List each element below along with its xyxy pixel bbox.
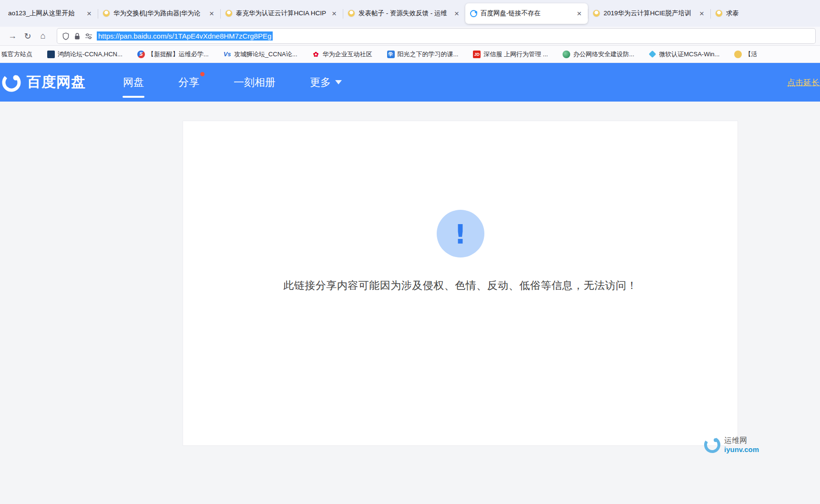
iyunv-watermark: 运维网 iyunv.com [703,435,759,454]
tab-baidu-pan-active[interactable]: 百度网盘-链接不存在 × [465,3,588,24]
bookmark-yunwei[interactable]: S 【新提醒】运维必学... [137,50,209,59]
baidu-pan-logo[interactable]: 百度网盘 [1,72,110,93]
shield-icon [62,32,70,40]
notification-dot [200,72,205,76]
bookmark-sangfor[interactable]: JD 深信服 上网行为管理 ... [473,50,548,59]
tab-close-icon[interactable]: × [575,10,583,18]
bookmark-partial[interactable]: 【活 [734,50,757,59]
error-message: 此链接分享内容可能因为涉及侵权、色情、反动、低俗等信息，无法访问！ [283,278,637,293]
study-icon: 学 [387,51,395,58]
reload-button[interactable]: ↻ [20,29,35,43]
tab-post-feedback[interactable]: 发表帖子 - 资源失效反馈 - 运维 × [343,3,465,24]
bookmark-honghu[interactable]: 鸿鹄论坛-CCNA,HCN... [47,50,123,59]
tab-hao123[interactable]: ao123_上网从这里开始 × [0,3,98,24]
page-content: ! 此链接分享内容可能因为涉及侵权、色情、反动、低俗等信息，无法访问！ 运维网 … [0,102,820,504]
nav-item-share[interactable]: 分享 [178,75,199,90]
error-card: ! 此链接分享内容可能因为涉及侵权、色情、反动、低俗等信息，无法访问！ [183,121,738,446]
vs-icon: Vs [224,51,231,58]
nav-item-album[interactable]: 一刻相册 [234,75,276,90]
browser-window: ao123_上网从这里开始 × 华为交换机|华为路由器|华为论 × 泰克华为认证… [0,0,820,504]
error-exclamation-icon: ! [437,210,484,257]
baidu-pan-icon [470,10,477,17]
site-nav: 网盘 分享 一刻相册 更多 [123,75,342,90]
bookmark-office-security[interactable]: 办公网络安全建设防... [563,50,634,59]
tab-label: 求泰 [726,9,811,18]
watermark-name: 运维网 [724,436,759,445]
chevron-down-icon [335,80,342,84]
nav-item-wangpan[interactable]: 网盘 [123,75,144,90]
tab-close-icon[interactable]: × [330,10,338,18]
browser-toolbar: → ↻ ⌂ https://pan.baidu.com/s/1TApE4vXdn… [0,27,820,46]
tab-close-icon[interactable]: × [453,10,461,18]
tab-huawei-forum[interactable]: 华为交换机|华为路由器|华为论 × [98,3,220,24]
s-badge-icon: S [137,51,145,58]
home-button[interactable]: ⌂ [35,29,51,43]
tab-hcie-training[interactable]: 2019华为云计算HCIE脱产培训 × [588,3,710,24]
honghu-icon [47,51,55,58]
iyunv-logo-icon [703,435,722,454]
watermark-domain: iyunv.com [724,445,759,454]
tab-bar: ao123_上网从这里开始 × 华为交换机|华为路由器|华为论 × 泰克华为认证… [0,0,820,27]
site-header: 百度网盘 网盘 分享 一刻相册 更多 点击延长我 [0,63,820,102]
forum-mascot-icon [225,10,233,17]
forum-mascot-icon [715,10,723,17]
diamond-icon [649,51,656,58]
extend-membership-link[interactable]: 点击延长我 [787,77,820,88]
site-logo-text: 百度网盘 [27,72,86,92]
bookmark-sohu[interactable]: 狐官方站点 [1,50,32,59]
bookmarks-bar: 狐官方站点 鸿鹄论坛-CCNA,HCN... S 【新提醒】运维必学... Vs… [0,46,820,63]
url-input[interactable]: https://pan.baidu.com/s/1TApE4vXdne8HM7z… [97,31,273,41]
forum-mascot-icon [593,10,600,17]
tab-close-icon[interactable]: × [85,10,93,18]
forum-mascot-icon [102,10,110,17]
url-bar[interactable]: https://pan.baidu.com/s/1TApE4vXdne8HM7z… [57,29,815,43]
jd-icon: JD [473,51,481,58]
tab-close-icon[interactable]: × [208,10,215,18]
globe-icon [563,51,570,58]
tab-close-icon[interactable]: × [698,10,706,18]
permissions-icon[interactable] [85,32,92,40]
tab-label: 发表帖子 - 资源失效反馈 - 运维 [359,9,449,18]
tab-label: 2019华为云计算HCIE脱产培训 [604,9,694,18]
forward-button[interactable]: → [5,29,20,43]
bookmark-huawei-community[interactable]: ✿ 华为企业互动社区 [312,50,372,59]
huawei-flower-icon: ✿ [312,51,320,58]
tab-label: 华为交换机|华为路由器|华为论 [113,9,204,18]
tab-partial[interactable]: 求泰 [710,3,820,24]
bookmark-sunshine-study[interactable]: 学 阳光之下的学习的课... [387,50,459,59]
partial-bookmark-icon [734,51,742,58]
baidu-pan-logo-icon [1,72,22,93]
tab-label: 百度网盘-链接不存在 [481,9,572,18]
bookmark-mcsa[interactable]: 微软认证MCSA-Win... [649,50,719,59]
bookmark-gongchengshi[interactable]: Vs 攻城狮论坛_CCNA论... [224,50,297,59]
forum-mascot-icon [348,10,355,17]
tab-taike-hcia[interactable]: 泰克华为认证云计算HCIA HCIP × [220,3,343,24]
tab-label: 泰克华为认证云计算HCIA HCIP [236,9,327,18]
lock-icon [74,32,81,40]
nav-item-more[interactable]: 更多 [310,75,342,90]
tab-label: ao123_上网从这里开始 [8,9,82,18]
